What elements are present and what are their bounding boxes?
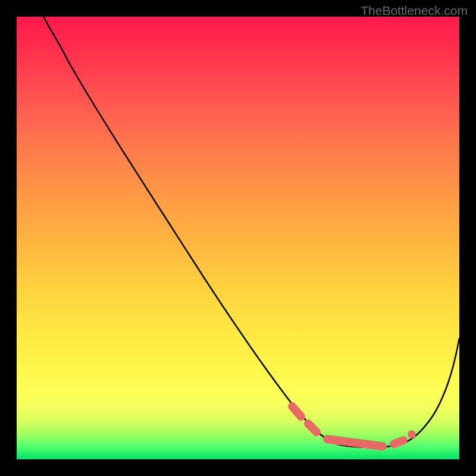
watermark-text: TheBottleneck.com xyxy=(361,4,468,18)
chart-plot-area xyxy=(17,17,459,459)
bottleneck-curve-line xyxy=(43,17,459,447)
marker-dot xyxy=(408,430,416,439)
chart-svg xyxy=(17,17,459,459)
marker-segment xyxy=(394,440,403,444)
highlight-markers xyxy=(292,406,416,446)
marker-segment xyxy=(308,424,317,432)
marker-segment xyxy=(327,439,383,446)
marker-segment xyxy=(292,406,301,416)
